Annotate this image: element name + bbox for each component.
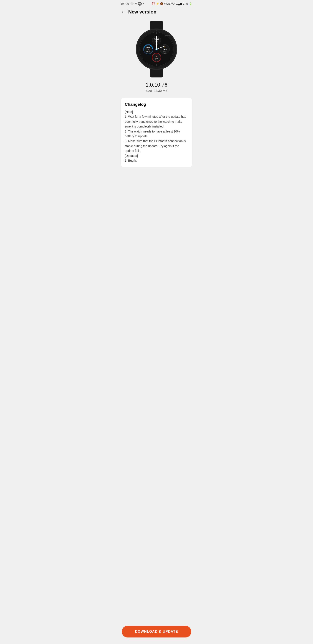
mute-icon: 🔕	[160, 2, 163, 5]
svg-point-25	[152, 53, 161, 62]
svg-text:65: 65	[145, 32, 146, 33]
changelog-body: [Note] 1. Wait for a few minutes after t…	[125, 110, 188, 163]
svg-text:周五: 周五	[163, 51, 166, 52]
page-header: ← New version	[117, 6, 196, 16]
svg-text:TACHYMETER: TACHYMETER	[165, 34, 172, 36]
status-time: 05:09 🤍 ∞ 97 •	[121, 2, 144, 6]
svg-text:☀: ☀	[164, 46, 165, 48]
changelog-card: Changelog [Note] 1. Wait for a few minut…	[121, 98, 192, 167]
dot-icon: •	[143, 2, 144, 6]
svg-rect-7	[176, 51, 177, 54]
version-number: 1.0.10.76	[117, 82, 196, 88]
svg-point-32	[156, 48, 157, 50]
svg-rect-6	[176, 45, 177, 48]
bluetooth-icon: ⚡	[156, 2, 159, 5]
signal-text: VoLTE 4G+	[164, 2, 175, 5]
watch-image: 7645 steps ☁ 2680 米 742 步 ☀ 24°C 周五 18 ♥…	[133, 21, 180, 78]
svg-text:18: 18	[164, 52, 166, 54]
badge-icon: 97	[138, 2, 142, 6]
svg-text:米: 米	[148, 49, 149, 50]
svg-text:60: 60	[156, 30, 157, 32]
svg-text:97: 97	[155, 58, 158, 60]
changelog-title: Changelog	[125, 102, 188, 107]
infinity-icon: ∞	[135, 2, 137, 5]
status-right-icons: ⏰ ⚡ 🔕 VoLTE 4G+ ▂▄▆ 97% 🔋	[152, 2, 192, 5]
battery-text: 97%	[183, 2, 188, 5]
version-info: 1.0.10.76 Size: 22.30 MB	[117, 80, 196, 93]
time-text: 05:09	[121, 2, 129, 6]
svg-text:♥: ♥	[156, 55, 157, 58]
signal-bars: ▂▄▆	[176, 2, 182, 5]
svg-text:742 步: 742 步	[146, 50, 151, 52]
battery-icon: 🔋	[189, 2, 192, 5]
watch-image-container: 7645 steps ☁ 2680 米 742 步 ☀ 24°C 周五 18 ♥…	[117, 16, 196, 80]
alarm-icon: ⏰	[152, 2, 155, 5]
back-button[interactable]: ←	[121, 9, 126, 15]
version-size: Size: 22.30 MB	[117, 89, 196, 92]
svg-text:24°C: 24°C	[163, 48, 167, 50]
svg-text:2680: 2680	[146, 47, 150, 49]
page-title: New version	[128, 9, 156, 15]
status-bar: 05:09 🤍 ∞ 97 • ⏰ ⚡ 🔕 VoLTE 4G+ ▂▄▆ 97% 🔋	[117, 0, 196, 6]
heart-icon: 🤍	[130, 2, 134, 6]
